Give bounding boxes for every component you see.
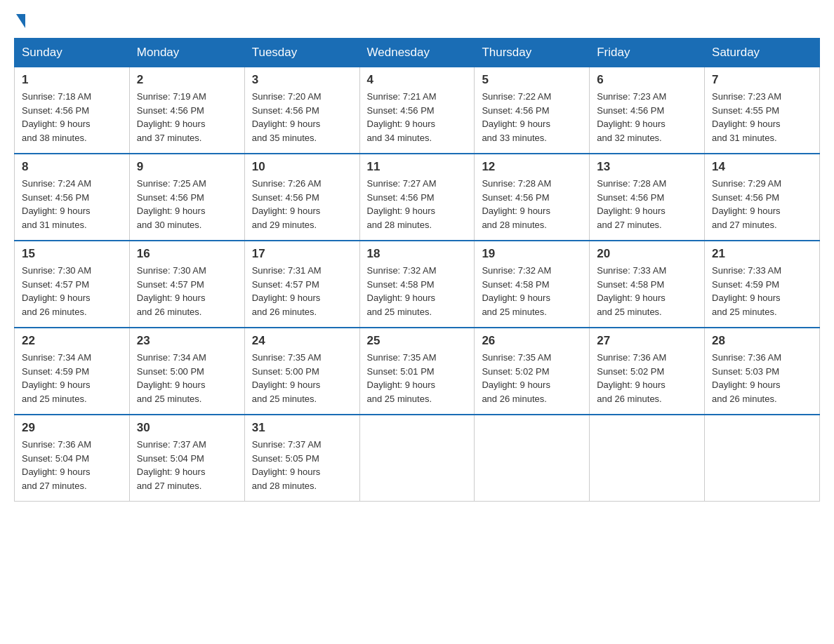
- day-info: Sunrise: 7:35 AMSunset: 5:02 PMDaylight:…: [482, 351, 582, 405]
- day-number: 15: [22, 247, 122, 261]
- day-number: 14: [712, 160, 812, 174]
- day-cell: 1Sunrise: 7:18 AMSunset: 4:56 PMDaylight…: [15, 67, 130, 154]
- day-cell: 23Sunrise: 7:34 AMSunset: 5:00 PMDayligh…: [129, 328, 244, 415]
- day-number: 23: [137, 334, 237, 348]
- day-info: Sunrise: 7:23 AMSunset: 4:56 PMDaylight:…: [597, 90, 697, 145]
- day-info: Sunrise: 7:36 AMSunset: 5:03 PMDaylight:…: [712, 351, 812, 405]
- day-number: 27: [597, 334, 697, 348]
- day-info: Sunrise: 7:27 AMSunset: 4:56 PMDaylight:…: [367, 177, 468, 232]
- day-info: Sunrise: 7:18 AMSunset: 4:56 PMDaylight:…: [22, 90, 122, 145]
- header-thursday: Thursday: [475, 39, 590, 67]
- day-cell: 4Sunrise: 7:21 AMSunset: 4:56 PMDaylight…: [359, 67, 475, 154]
- day-info: Sunrise: 7:37 AMSunset: 5:04 PMDaylight:…: [137, 438, 237, 492]
- week-row-3: 15Sunrise: 7:30 AMSunset: 4:57 PMDayligh…: [15, 241, 820, 328]
- day-cell: 24Sunrise: 7:35 AMSunset: 5:00 PMDayligh…: [244, 328, 359, 415]
- day-info: Sunrise: 7:24 AMSunset: 4:56 PMDaylight:…: [22, 177, 122, 232]
- day-number: 24: [252, 334, 352, 348]
- day-cell: 31Sunrise: 7:37 AMSunset: 5:05 PMDayligh…: [244, 415, 359, 502]
- header-tuesday: Tuesday: [244, 39, 359, 67]
- day-number: 4: [367, 73, 468, 87]
- day-number: 12: [482, 160, 582, 174]
- day-info: Sunrise: 7:33 AMSunset: 4:59 PMDaylight:…: [712, 264, 812, 318]
- day-cell: 19Sunrise: 7:32 AMSunset: 4:58 PMDayligh…: [475, 241, 590, 328]
- day-cell: 9Sunrise: 7:25 AMSunset: 4:56 PMDaylight…: [129, 154, 244, 241]
- day-number: 13: [597, 160, 697, 174]
- day-info: Sunrise: 7:28 AMSunset: 4:56 PMDaylight:…: [482, 177, 582, 232]
- day-cell: 25Sunrise: 7:35 AMSunset: 5:01 PMDayligh…: [359, 328, 475, 415]
- day-info: Sunrise: 7:31 AMSunset: 4:57 PMDaylight:…: [252, 264, 352, 318]
- day-cell: 30Sunrise: 7:37 AMSunset: 5:04 PMDayligh…: [129, 415, 244, 502]
- header-monday: Monday: [129, 39, 244, 67]
- day-number: 22: [22, 334, 122, 348]
- day-cell: 14Sunrise: 7:29 AMSunset: 4:56 PMDayligh…: [705, 154, 820, 241]
- day-number: 28: [712, 334, 812, 348]
- day-number: 8: [22, 160, 122, 174]
- logo-row1: [14, 14, 25, 29]
- day-cell: 21Sunrise: 7:33 AMSunset: 4:59 PMDayligh…: [705, 241, 820, 328]
- day-cell: 3Sunrise: 7:20 AMSunset: 4:56 PMDaylight…: [244, 67, 359, 154]
- day-info: Sunrise: 7:36 AMSunset: 5:04 PMDaylight:…: [22, 438, 122, 492]
- day-number: 11: [367, 160, 468, 174]
- day-number: 2: [137, 73, 237, 87]
- day-info: Sunrise: 7:23 AMSunset: 4:55 PMDaylight:…: [712, 90, 812, 145]
- week-row-4: 22Sunrise: 7:34 AMSunset: 4:59 PMDayligh…: [15, 328, 820, 415]
- day-number: 19: [482, 247, 582, 261]
- day-cell: 18Sunrise: 7:32 AMSunset: 4:58 PMDayligh…: [359, 241, 475, 328]
- week-row-2: 8Sunrise: 7:24 AMSunset: 4:56 PMDaylight…: [15, 154, 820, 241]
- day-info: Sunrise: 7:36 AMSunset: 5:02 PMDaylight:…: [597, 351, 697, 405]
- day-info: Sunrise: 7:35 AMSunset: 5:00 PMDaylight:…: [252, 351, 352, 405]
- page-container: SundayMondayTuesdayWednesdayThursdayFrid…: [14, 14, 820, 502]
- day-cell: 2Sunrise: 7:19 AMSunset: 4:56 PMDaylight…: [129, 67, 244, 154]
- header-friday: Friday: [590, 39, 705, 67]
- day-number: 26: [482, 334, 582, 348]
- day-info: Sunrise: 7:33 AMSunset: 4:58 PMDaylight:…: [597, 264, 697, 318]
- day-cell: 6Sunrise: 7:23 AMSunset: 4:56 PMDaylight…: [590, 67, 705, 154]
- day-number: 9: [137, 160, 237, 174]
- day-info: Sunrise: 7:26 AMSunset: 4:56 PMDaylight:…: [252, 177, 352, 232]
- day-cell: 7Sunrise: 7:23 AMSunset: 4:55 PMDaylight…: [705, 67, 820, 154]
- calendar-table: SundayMondayTuesdayWednesdayThursdayFrid…: [14, 38, 820, 502]
- day-cell: 11Sunrise: 7:27 AMSunset: 4:56 PMDayligh…: [359, 154, 475, 241]
- day-number: 29: [22, 421, 122, 435]
- day-number: 5: [482, 73, 582, 87]
- day-cell: 26Sunrise: 7:35 AMSunset: 5:02 PMDayligh…: [475, 328, 590, 415]
- day-number: 20: [597, 247, 697, 261]
- weekday-header-row: SundayMondayTuesdayWednesdayThursdayFrid…: [15, 39, 820, 67]
- day-info: Sunrise: 7:22 AMSunset: 4:56 PMDaylight:…: [482, 90, 582, 145]
- day-number: 30: [137, 421, 237, 435]
- day-number: 16: [137, 247, 237, 261]
- day-cell: 22Sunrise: 7:34 AMSunset: 4:59 PMDayligh…: [15, 328, 130, 415]
- day-info: Sunrise: 7:32 AMSunset: 4:58 PMDaylight:…: [367, 264, 468, 318]
- week-row-1: 1Sunrise: 7:18 AMSunset: 4:56 PMDaylight…: [15, 67, 820, 154]
- header-sunday: Sunday: [15, 39, 130, 67]
- week-row-5: 29Sunrise: 7:36 AMSunset: 5:04 PMDayligh…: [15, 415, 820, 502]
- day-number: 3: [252, 73, 352, 87]
- day-info: Sunrise: 7:30 AMSunset: 4:57 PMDaylight:…: [137, 264, 237, 318]
- day-number: 17: [252, 247, 352, 261]
- day-info: Sunrise: 7:30 AMSunset: 4:57 PMDaylight:…: [22, 264, 122, 318]
- day-info: Sunrise: 7:37 AMSunset: 5:05 PMDaylight:…: [252, 438, 352, 492]
- day-cell: 5Sunrise: 7:22 AMSunset: 4:56 PMDaylight…: [475, 67, 590, 154]
- day-info: Sunrise: 7:34 AMSunset: 4:59 PMDaylight:…: [22, 351, 122, 405]
- day-cell: [705, 415, 820, 502]
- day-cell: 8Sunrise: 7:24 AMSunset: 4:56 PMDaylight…: [15, 154, 130, 241]
- day-cell: [359, 415, 475, 502]
- day-number: 21: [712, 247, 812, 261]
- day-number: 7: [712, 73, 812, 87]
- header: [14, 14, 820, 27]
- day-info: Sunrise: 7:35 AMSunset: 5:01 PMDaylight:…: [367, 351, 468, 405]
- day-number: 25: [367, 334, 468, 348]
- day-cell: 20Sunrise: 7:33 AMSunset: 4:58 PMDayligh…: [590, 241, 705, 328]
- day-cell: 17Sunrise: 7:31 AMSunset: 4:57 PMDayligh…: [244, 241, 359, 328]
- day-cell: 28Sunrise: 7:36 AMSunset: 5:03 PMDayligh…: [705, 328, 820, 415]
- day-cell: [475, 415, 590, 502]
- day-number: 6: [597, 73, 697, 87]
- day-info: Sunrise: 7:32 AMSunset: 4:58 PMDaylight:…: [482, 264, 582, 318]
- logo: [14, 14, 25, 27]
- day-cell: 10Sunrise: 7:26 AMSunset: 4:56 PMDayligh…: [244, 154, 359, 241]
- day-cell: 13Sunrise: 7:28 AMSunset: 4:56 PMDayligh…: [590, 154, 705, 241]
- header-saturday: Saturday: [705, 39, 820, 67]
- day-info: Sunrise: 7:29 AMSunset: 4:56 PMDaylight:…: [712, 177, 812, 232]
- day-cell: 12Sunrise: 7:28 AMSunset: 4:56 PMDayligh…: [475, 154, 590, 241]
- day-number: 18: [367, 247, 468, 261]
